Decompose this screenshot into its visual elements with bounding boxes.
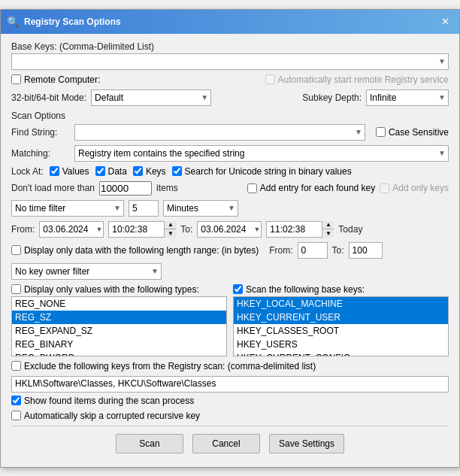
value-types-checkbox[interactable] — [11, 284, 21, 294]
from-time-up[interactable]: ▲ — [164, 221, 176, 230]
remote-computer-checkbox-label[interactable]: Remote Computer: — [11, 74, 100, 85]
list-item[interactable]: HKEY_CLASSES_ROOT — [234, 324, 448, 338]
from-date-wrap: ▼ — [39, 221, 104, 238]
bit-mode-label: 32-bit/64-bit Mode: — [11, 92, 86, 103]
title-bar: 🔍 Registry Scan Options ✕ — [1, 10, 459, 34]
from-date-input[interactable] — [39, 221, 104, 238]
close-button[interactable]: ✕ — [437, 14, 453, 30]
list-item[interactable]: REG_NONE — [12, 297, 226, 311]
lock-at-label: Lock At: — [11, 166, 44, 177]
lock-values-checkbox[interactable] — [50, 166, 59, 176]
minutes-select[interactable]: Minutes Hours Days — [163, 200, 238, 217]
dont-load-row: Don't load more than items Add entry for… — [11, 181, 449, 196]
add-only-keys-label[interactable]: Add only keys — [380, 183, 449, 193]
exclude-keys-label: Exclude the following keys from the Regi… — [24, 361, 316, 371]
list-item[interactable]: REG_BINARY — [12, 338, 226, 351]
from-to-row: From: ▼ ▲ ▼ To: ▼ ▲ ▼ — [11, 221, 449, 238]
key-owner-select[interactable]: No key owner filter — [11, 263, 162, 280]
auto-skip-checkbox[interactable] — [11, 411, 21, 420]
add-entry-label[interactable]: Add entry for each found key — [247, 183, 375, 193]
auto-skip-row: Automatically skip a corrupted recursive… — [11, 411, 449, 421]
to-time-down[interactable]: ▼ — [322, 229, 334, 238]
two-col-section: Display only values with the following t… — [11, 284, 449, 356]
minutes-value-input[interactable] — [129, 200, 159, 217]
show-found-items-text: Show found items during the scan process — [24, 396, 194, 406]
exclude-keys-checkbox[interactable] — [11, 361, 21, 371]
auto-start-checkbox[interactable] — [265, 74, 275, 84]
window: 🔍 Registry Scan Options ✕ Base Keys: (Co… — [0, 9, 460, 468]
scan-button[interactable]: Scan — [116, 434, 183, 453]
length-range-checkbox-label[interactable]: Display only data with the following len… — [11, 245, 259, 256]
list-item[interactable]: HKEY_USERS — [234, 338, 448, 351]
save-settings-button[interactable]: Save Settings — [269, 434, 344, 453]
show-found-items-checkbox[interactable] — [11, 396, 21, 405]
lock-values-label[interactable]: Values — [50, 166, 89, 177]
dont-load-input[interactable] — [99, 181, 152, 196]
lock-keys-label[interactable]: Keys — [133, 166, 166, 177]
auto-start-label[interactable]: Automatically start remote Registry serv… — [265, 74, 449, 85]
base-keys-scan-header: Scan the following base keys: — [233, 284, 449, 295]
title-bar-buttons: ✕ — [437, 14, 453, 30]
exclude-keys-value: HKLM\Software\Classes, HKCU\Software\Cla… — [11, 376, 449, 393]
bit-mode-select[interactable]: Default 32-bit 64-bit — [91, 89, 211, 106]
length-range-text: Display only data with the following len… — [24, 245, 259, 256]
remote-computer-row: Remote Computer: Automatically start rem… — [11, 74, 449, 85]
list-item[interactable]: REG_DWORD — [12, 351, 226, 356]
list-item[interactable]: HKEY_CURRENT_CONFIG — [234, 351, 448, 356]
length-range-checkbox[interactable] — [11, 245, 21, 255]
subkey-depth-select[interactable]: Infinite 1 2 — [366, 89, 449, 106]
unicode-search-checkbox[interactable] — [172, 166, 182, 176]
add-entry-checkbox[interactable] — [247, 183, 257, 193]
base-keys-select[interactable] — [11, 53, 449, 70]
auto-start-text: Automatically start remote Registry serv… — [278, 74, 449, 85]
matching-select[interactable]: Registry item contains the specified str… — [74, 145, 449, 162]
window-icon: 🔍 — [7, 16, 20, 28]
find-string-label: Find String: — [11, 127, 70, 138]
from-label: From: — [11, 224, 35, 235]
cancel-button[interactable]: Cancel — [192, 434, 260, 453]
remote-computer-checkbox[interactable] — [11, 74, 21, 84]
find-string-input[interactable] — [74, 124, 365, 141]
length-range-row: Display only data with the following len… — [11, 242, 449, 259]
base-keys-wrapper: ▼ — [11, 53, 449, 70]
from-time-down[interactable]: ▼ — [164, 229, 176, 238]
scan-options-label-row: Scan Options — [11, 111, 449, 121]
auto-skip-text: Automatically skip a corrupted recursive… — [24, 411, 200, 421]
exclude-keys-row: Exclude the following keys from the Regi… — [11, 361, 449, 371]
list-item[interactable]: REG_SZ — [12, 311, 226, 324]
case-sensitive-checkbox[interactable] — [376, 127, 386, 137]
value-types-checkbox-label[interactable]: Display only values with the following t… — [11, 284, 199, 295]
length-to-label: To: — [332, 245, 344, 256]
lock-keys-checkbox[interactable] — [133, 166, 143, 176]
title-bar-left: 🔍 Registry Scan Options — [7, 16, 121, 28]
unicode-search-label[interactable]: Search for Unicode string in binary valu… — [172, 166, 352, 177]
auto-skip-label[interactable]: Automatically skip a corrupted recursive… — [11, 411, 200, 421]
exclude-keys-checkbox-label[interactable]: Exclude the following keys from the Regi… — [11, 361, 316, 371]
length-to-input[interactable] — [349, 242, 383, 259]
lock-at-section: Lock At: Values Data Keys Search for Uni… — [11, 166, 449, 177]
length-from-label: From: — [269, 245, 292, 256]
to-time-up[interactable]: ▲ — [322, 221, 334, 230]
base-keys-scan-checkbox-label[interactable]: Scan the following base keys: — [233, 284, 365, 295]
minutes-wrapper: Minutes Hours Days ▼ — [163, 200, 238, 217]
list-item[interactable]: REG_EXPAND_SZ — [12, 324, 226, 338]
no-time-filter-select[interactable]: No time filter Last hour Last day — [11, 200, 124, 217]
show-found-items-label[interactable]: Show found items during the scan process — [11, 396, 194, 406]
base-keys-label: Base Keys: (Comma-Delimited List) — [11, 41, 449, 52]
bit-mode-row: 32-bit/64-bit Mode: Default 32-bit 64-bi… — [11, 89, 449, 106]
lock-data-label[interactable]: Data — [95, 166, 127, 177]
list-item[interactable]: HKEY_LOCAL_MACHINE — [234, 297, 448, 311]
bit-mode-wrapper: Default 32-bit 64-bit ▼ — [91, 89, 211, 106]
case-sensitive-label[interactable]: Case Sensitive — [376, 127, 449, 138]
add-only-keys-checkbox[interactable] — [380, 183, 389, 193]
base-keys-scan-checkbox[interactable] — [233, 284, 243, 294]
lock-data-checkbox[interactable] — [95, 166, 105, 176]
to-date-input[interactable] — [197, 221, 262, 238]
remote-computer-label: Remote Computer: — [24, 74, 100, 85]
key-owner-filter-row: No key owner filter ▼ — [11, 263, 449, 280]
value-types-header: Display only values with the following t… — [11, 284, 227, 295]
matching-label: Matching: — [11, 148, 70, 159]
bottom-buttons: Scan Cancel Save Settings — [11, 426, 449, 459]
list-item[interactable]: HKEY_CURRENT_USER — [234, 311, 448, 324]
length-from-input[interactable] — [298, 242, 328, 259]
